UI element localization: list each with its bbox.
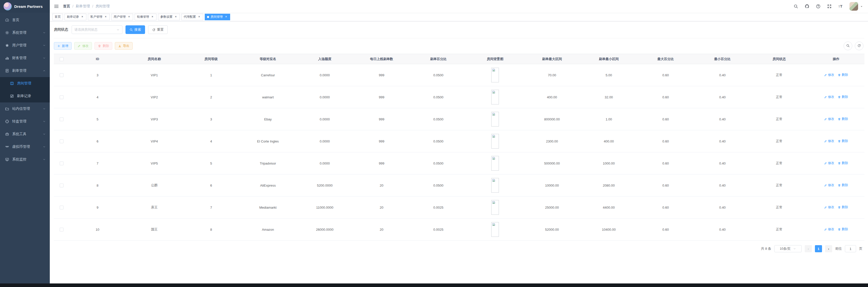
question-icon[interactable] <box>816 4 820 9</box>
search-icon[interactable] <box>794 4 798 9</box>
cell-max_percent: 0.60 <box>637 108 694 130</box>
tab-代理配置[interactable]: 代理配置× <box>181 14 203 20</box>
active-tab-dot <box>207 16 209 18</box>
row-edit-link[interactable]: 修改 <box>824 95 834 99</box>
sidebar-item-财务管理[interactable]: 财务管理 <box>0 52 50 64</box>
sidebar-item-站内信管理[interactable]: 站内信管理 <box>0 102 50 115</box>
close-icon[interactable]: × <box>81 15 84 19</box>
row-checkbox[interactable] <box>60 73 63 77</box>
fullscreen-icon[interactable] <box>827 4 832 9</box>
row-delete-link[interactable]: 删除 <box>838 205 848 209</box>
refresh-table-button[interactable] <box>855 42 863 50</box>
row-checkbox[interactable] <box>60 228 63 231</box>
edit-button[interactable]: 修改 <box>74 42 92 50</box>
row-delete-link[interactable]: 删除 <box>838 139 848 143</box>
sidebar-item-首页[interactable]: 首页 <box>0 14 50 26</box>
row-edit-link[interactable]: 修改 <box>824 183 834 187</box>
row-delete-link[interactable]: 删除 <box>838 161 848 165</box>
column-header-等级对应名: 等级对应名 <box>240 54 297 64</box>
sidebar-item-系统管理[interactable]: 系统管理 <box>0 26 50 39</box>
goto-page-input[interactable] <box>845 245 856 252</box>
row-action-label: 删除 <box>842 227 848 231</box>
close-icon[interactable]: × <box>174 15 178 19</box>
tab-参数设置[interactable]: 参数设置× <box>158 14 180 20</box>
sidebar-item-label: 刷单记录 <box>17 94 31 98</box>
prev-page-button[interactable]: ‹ <box>805 245 812 252</box>
sidebar-item-虚拟币管理[interactable]: 虚拟币管理 <box>0 140 50 153</box>
toggle-search-button[interactable] <box>844 42 852 50</box>
sidebar-item-label: 系统监控 <box>12 157 26 162</box>
tab-轮播管理[interactable]: 轮播管理× <box>135 14 156 20</box>
sidebar-item-系统监控[interactable]: 系统监控 <box>0 153 50 166</box>
row-edit-link[interactable]: 修改 <box>824 161 834 165</box>
sidebar-toggle-icon[interactable] <box>54 4 59 9</box>
font-size-icon[interactable]: TT <box>838 4 843 9</box>
column-header-入场额度: 入场额度 <box>297 54 353 64</box>
row-edit-link[interactable]: 修改 <box>824 205 834 209</box>
room-background-image <box>491 156 499 171</box>
row-checkbox[interactable] <box>60 117 63 121</box>
room-background-image <box>491 178 499 193</box>
row-checkbox[interactable] <box>60 206 63 209</box>
sidebar-item-刷单记录[interactable]: 刷单记录 <box>0 90 50 102</box>
breadcrumb-item[interactable]: 首页 <box>63 4 70 9</box>
tab-label: 用户管理 <box>114 15 126 19</box>
cell-max_percent: 0.60 <box>637 64 694 86</box>
select-all-checkbox[interactable] <box>60 57 63 61</box>
cell-level: 4 <box>183 130 240 152</box>
row-edit-link[interactable]: 修改 <box>824 117 834 121</box>
breadcrumb-item: 房间管理 <box>95 4 110 9</box>
cell-level: 5 <box>183 152 240 174</box>
table-row: 9亲王7Mediamarkt11000.0000200.002525000.00… <box>54 196 864 219</box>
close-icon[interactable]: × <box>224 15 228 19</box>
row-edit-link[interactable]: 修改 <box>824 139 834 143</box>
table-row: 5VIP33Ebay0.00009990.0500800000.001.000.… <box>54 108 864 130</box>
close-icon[interactable]: × <box>127 15 131 19</box>
tab-用户管理[interactable]: 用户管理× <box>111 14 133 20</box>
close-icon[interactable]: × <box>104 15 107 19</box>
next-page-button[interactable]: › <box>825 245 832 252</box>
sidebar-item-刷单管理[interactable]: 刷单管理 <box>0 64 50 77</box>
export-button[interactable]: 导出 <box>115 42 133 50</box>
row-action-label: 删除 <box>842 205 848 209</box>
chevron-down-icon <box>43 31 46 34</box>
split-rect-icon <box>10 81 14 86</box>
tab-首页[interactable]: 首页 <box>52 14 63 20</box>
row-checkbox[interactable] <box>60 139 63 143</box>
reset-button[interactable]: 重置 <box>148 25 168 34</box>
row-edit-link[interactable]: 修改 <box>824 73 834 77</box>
row-delete-link[interactable]: 删除 <box>838 183 848 187</box>
sidebar-item-房间管理[interactable]: 房间管理 <box>0 77 50 90</box>
close-icon[interactable]: × <box>197 15 201 19</box>
chevron-down-icon <box>116 28 120 31</box>
page-size-select[interactable]: 10条/页 <box>774 245 802 252</box>
close-icon[interactable]: × <box>151 15 154 19</box>
sidebar-item-用户管理[interactable]: 用户管理 <box>0 39 50 52</box>
row-checkbox[interactable] <box>60 184 63 187</box>
row-delete-link[interactable]: 删除 <box>838 73 848 77</box>
row-checkbox[interactable] <box>60 162 63 165</box>
user-menu[interactable] <box>849 2 863 11</box>
row-delete-link[interactable]: 删除 <box>838 95 848 99</box>
delete-button[interactable]: 删除 <box>94 42 112 50</box>
column-header-ID: ID <box>69 54 126 64</box>
cell-entry_amount: 0.0000 <box>297 86 353 108</box>
tab-客户管理[interactable]: 客户管理× <box>88 14 110 20</box>
tab-房间管理[interactable]: 房间管理× <box>205 14 230 20</box>
row-edit-link[interactable]: 修改 <box>824 227 834 231</box>
tab-刷单记录[interactable]: 刷单记录× <box>64 14 86 20</box>
add-button[interactable]: 新增 <box>54 42 72 50</box>
chevron-right-icon: › <box>828 247 829 251</box>
sidebar-item-转盘管理[interactable]: 转盘管理 <box>0 115 50 128</box>
cell-min_percent: 0.40 <box>694 108 751 130</box>
row-delete-link[interactable]: 删除 <box>838 227 848 231</box>
github-icon[interactable] <box>805 4 809 9</box>
search-button[interactable]: 搜索 <box>125 25 145 34</box>
sidebar-item-系统工具[interactable]: 系统工具 <box>0 128 50 140</box>
cell-status: 正常 <box>751 108 808 130</box>
row-checkbox[interactable] <box>60 95 63 99</box>
page-number-1[interactable]: 1 <box>815 245 822 252</box>
room-status-select[interactable]: 请选择房间状态 <box>72 25 122 34</box>
row-delete-link[interactable]: 删除 <box>838 117 848 121</box>
cell-min_range: 5.00 <box>581 64 637 86</box>
